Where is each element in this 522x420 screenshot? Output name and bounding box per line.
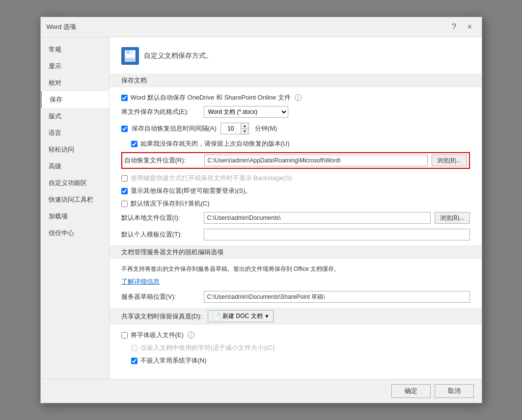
autosave-info-icon: i [295,94,302,101]
embedonly-row: 仅嵌入文档中使用的字符(适于减小文件大小)(C) [131,343,470,352]
noembed-label: 不嵌入常用系统字体(N) [140,356,207,365]
minutes-input[interactable] [221,123,241,134]
autorecover-row: 保存自动恢复信息时间间隔(A) ▲ ▼ 分钟(M) [121,123,470,134]
keepversion-row: 如果我没保存就关闭，请保留上次自动恢复的版本(U) [131,139,470,148]
dialog-title: Word 选项 [47,23,76,31]
minutes-input-wrapper: ▲ ▼ [220,123,249,134]
autosave-checkbox[interactable] [121,95,128,101]
spin-up-btn[interactable]: ▲ [241,123,248,129]
sidebar-item-display[interactable]: 显示 [41,58,109,75]
format-row: 将文件保存为此格式(E): Word 文档 (*.docx) Word 97-2… [121,106,470,118]
defaultsave-row: 默认情况下保存到计算机(C) [121,199,470,208]
noembed-checkbox[interactable] [131,358,137,364]
sidebar-item-proofing[interactable]: 校对 [41,75,109,91]
spin-down-btn[interactable]: ▼ [241,129,248,134]
format-select[interactable]: Word 文档 (*.docx) Word 97-2003 文档 (*.doc)… [204,106,288,118]
showother-row: 显示其他保存位置(即使可能需要登录)(S)。 [121,186,470,195]
title-bar-controls: ? × [448,21,476,33]
autorecover-path-label: 自动恢复文件位置(R): [124,156,200,165]
autorecover-path-input[interactable] [204,155,428,166]
sidebar-item-general[interactable]: 常规 [41,41,109,58]
share-group-label: 共享该文档时保留保真度(D): [121,312,202,321]
defaultsave-label: 默认情况下保存到计算机(C) [131,199,210,208]
svg-rect-4 [125,58,136,62]
template-path-input[interactable] [204,229,470,240]
noembed-row: 不嵌入常用系统字体(N) [131,356,470,365]
showother-checkbox[interactable] [121,188,128,194]
template-path-label: 默认个人模板位置(T): [121,230,200,239]
format-label: 将文件保存为此格式(E): [121,107,200,116]
keyboard-checkbox[interactable] [121,175,128,182]
browse-default-btn[interactable]: 浏览(B)... [435,212,470,224]
help-button[interactable]: ? [448,21,460,33]
ok-button[interactable]: 确定 [391,384,431,398]
sidebar-item-save[interactable]: 保存 [41,91,109,108]
share-doc-btn-label: 新建 DOC 文档 [222,312,262,320]
main-content: 自定义文档保存方式。 保存文档 Word 默认自动保存 OneDrive 和 S… [110,37,482,379]
sidebar-item-quickaccess[interactable]: 快速访问工具栏 [41,191,109,208]
autosave-row: Word 默认自动保存 OneDrive 和 SharePoint Online… [121,93,470,102]
dialog-body: 常规 显示 校对 保存 版式 语言 轻松访问 高级 自定义功能区 快速访问工具栏… [41,37,482,379]
cancel-button[interactable]: 取消 [435,384,474,398]
defaultsave-checkbox[interactable] [121,201,128,207]
default-path-input[interactable] [204,212,431,224]
sidebar-item-customize[interactable]: 自定义功能区 [41,175,109,191]
save-doc-group-label: 保存文档 [110,74,482,87]
embedonly-checkbox[interactable] [131,345,137,351]
autorecover-label: 保存自动恢复信息时间间隔(A) [132,124,217,133]
offline-link[interactable]: 了解详细信息 [121,278,160,285]
share-doc-btn[interactable]: 📄 新建 DOC 文档 ▼ [208,310,274,322]
keyboard-row: 使用键盘快捷方式打开或保存文件时不显示 Backstage(S) [121,174,470,183]
autosave-label: Word 默认自动保存 OneDrive 和 SharePoint Online… [131,93,291,102]
sidebar-item-ease[interactable]: 轻松访问 [41,141,109,158]
sidebar-item-advanced[interactable]: 高级 [41,158,109,175]
embedonly-label: 仅嵌入文档中使用的字符(适于减小文件大小)(C) [140,343,275,352]
default-path-label: 默认本地文件位置(I): [121,213,200,222]
sidebar-item-addins[interactable]: 加载项 [41,208,109,225]
autorecover-path-row: 自动恢复文件位置(R): 浏览(B)... [121,152,470,169]
showother-label: 显示其他保存位置(即使可能需要登录)(S)。 [131,186,252,195]
dropdown-arrow-icon: ▼ [265,314,270,319]
share-group-row: 共享该文档时保留保真度(D): 📄 新建 DOC 文档 ▼ [110,308,482,325]
server-path-input[interactable] [204,291,470,303]
embedfont-label: 将字体嵌入文件(E) [131,331,184,340]
default-path-row: 默认本地文件位置(I): 浏览(B)... [121,212,470,224]
sidebar-item-layout[interactable]: 版式 [41,108,109,125]
keyboard-label: 使用键盘快捷方式打开或保存文件时不显示 Backstage(S) [131,174,292,183]
server-path-label: 服务器草稿位置(V): [121,292,200,301]
minutes-label: 分钟(M) [255,124,277,133]
sidebar-item-trust[interactable]: 信任中心 [41,225,109,241]
dialog-footer: 确定 取消 [41,379,482,403]
word-options-dialog: Word 选项 ? × 常规 显示 校对 保存 版式 语言 轻松访问 高级 自定… [40,17,482,403]
offline-desc: 不再支持将签出的文件保存到服务器草稿。签出的文件现将保存到 Office 文档缓… [121,265,470,273]
sidebar-item-language[interactable]: 语言 [41,125,109,141]
offline-group-label: 文档管理服务器文件的脱机编辑选项 [110,245,482,259]
template-path-row: 默认个人模板位置(T): [121,229,470,240]
doc-icon: 📄 [212,313,220,320]
title-bar: Word 选项 ? × [41,17,482,37]
close-button[interactable]: × [464,21,476,33]
save-icon [121,47,139,65]
browse-autorecover-btn[interactable]: 浏览(B)... [432,155,467,166]
section-header: 自定义文档保存方式。 [121,47,470,65]
server-path-row: 服务器草稿位置(V): [121,291,470,303]
embedfont-info-icon: i [188,332,194,339]
keepversion-checkbox[interactable] [131,141,137,147]
embedfont-row: 将字体嵌入文件(E) i [121,331,470,340]
autorecover-checkbox[interactable] [121,126,128,132]
offline-link-row: 了解详细信息 [121,277,470,286]
keepversion-label: 如果我没保存就关闭，请保留上次自动恢复的版本(U) [140,139,290,148]
sidebar: 常规 显示 校对 保存 版式 语言 轻松访问 高级 自定义功能区 快速访问工具栏… [41,37,110,379]
section-title: 自定义文档保存方式。 [144,52,213,60]
spin-buttons: ▲ ▼ [241,123,248,134]
svg-rect-3 [130,51,132,53]
embedfont-checkbox[interactable] [121,332,128,339]
